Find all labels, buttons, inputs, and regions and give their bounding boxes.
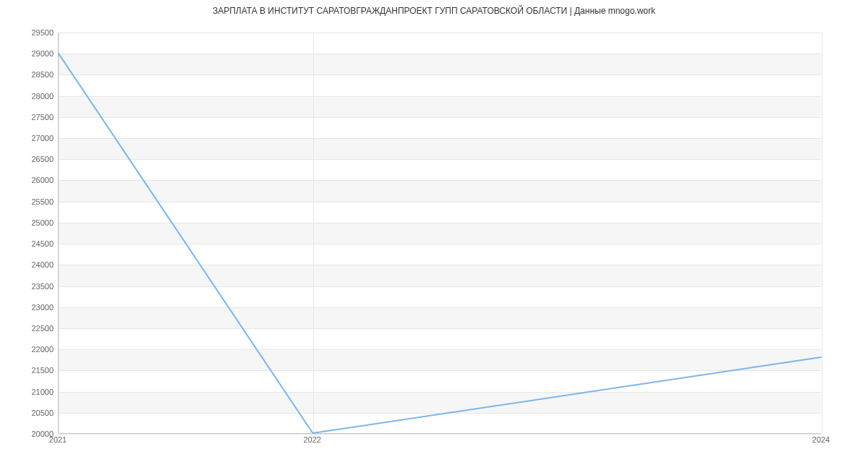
y-tick-label: 27500 bbox=[0, 113, 54, 121]
y-tick-label: 21000 bbox=[0, 388, 54, 396]
y-tick-label: 29500 bbox=[0, 28, 54, 37]
y-tick-label: 20500 bbox=[0, 409, 54, 417]
y-tick-label: 28500 bbox=[0, 70, 54, 79]
data-line bbox=[59, 33, 821, 433]
y-tick-label: 24000 bbox=[0, 260, 54, 269]
y-tick-label: 22500 bbox=[0, 324, 54, 333]
y-tick-label: 20000 bbox=[0, 430, 54, 438]
y-tick-label: 26500 bbox=[0, 155, 54, 163]
y-tick-label: 21500 bbox=[0, 366, 54, 375]
y-axis-labels: 2000020500210002150022000225002300023500… bbox=[0, 33, 54, 434]
line-chart: ЗАРПЛАТА В ИНСТИТУТ САРАТОВГРАЖДАНПРОЕКТ… bbox=[0, 0, 868, 470]
y-tick-label: 29000 bbox=[0, 49, 54, 58]
y-tick-label: 26000 bbox=[0, 176, 54, 184]
x-tick-label: 2022 bbox=[303, 435, 320, 444]
y-tick-label: 25500 bbox=[0, 197, 54, 206]
y-tick-label: 28000 bbox=[0, 92, 54, 101]
y-tick-label: 22000 bbox=[0, 345, 54, 354]
y-tick-label: 27000 bbox=[0, 134, 54, 142]
y-tick-label: 24500 bbox=[0, 239, 54, 248]
x-tick-label: 2024 bbox=[812, 435, 830, 444]
x-axis-labels: 202120222024 bbox=[58, 435, 821, 450]
y-tick-label: 25000 bbox=[0, 218, 54, 227]
y-tick-label: 23000 bbox=[0, 303, 54, 312]
y-tick-label: 23500 bbox=[0, 282, 54, 291]
chart-title: ЗАРПЛАТА В ИНСТИТУТ САРАТОВГРАЖДАНПРОЕКТ… bbox=[0, 6, 868, 16]
x-tick-label: 2021 bbox=[49, 435, 67, 444]
plot-area bbox=[58, 33, 821, 434]
